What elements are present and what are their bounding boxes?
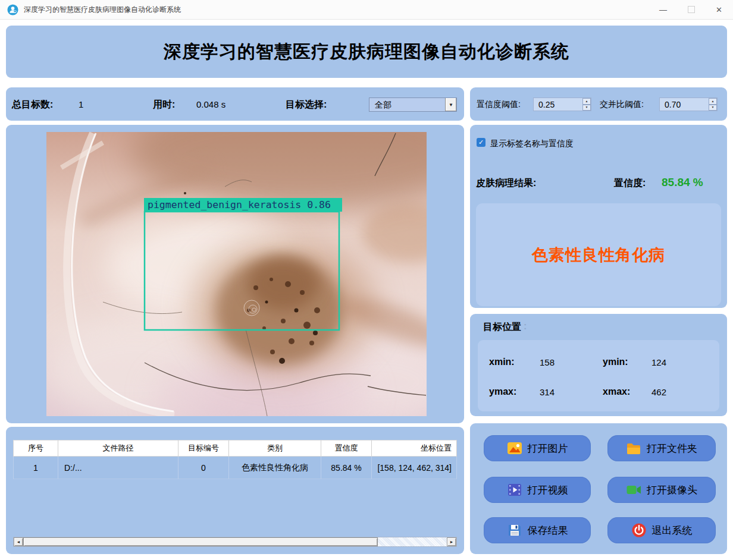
confidence-label: 置信度: bbox=[614, 177, 646, 190]
target-select-combobox[interactable]: 全部 ▼ bbox=[369, 97, 457, 112]
result-panel: ✓ 显示标签名称与置信度 皮肤病理结果: 置信度: 85.84 % 色素性良性角… bbox=[470, 125, 727, 308]
save-result-button[interactable]: 保存结果 bbox=[484, 517, 591, 543]
xmin-value: 158 bbox=[540, 357, 555, 367]
confidence-value: 85.84 % bbox=[662, 176, 703, 189]
detection-label: pigmented_benign_keratosis 0.86 bbox=[148, 199, 331, 210]
diagnosis-box: 色素性良性角化病 bbox=[476, 203, 721, 306]
minimize-button[interactable]: — bbox=[649, 0, 677, 19]
open-folder-label: 打开文件夹 bbox=[647, 442, 697, 455]
scrollbar-track[interactable] bbox=[378, 537, 447, 546]
dermatoscopy-image: pigmented_benign_keratosis 0.86 bbox=[46, 132, 427, 416]
row-target-id: 0 bbox=[178, 457, 229, 479]
open-video-label: 打开视频 bbox=[528, 483, 568, 497]
open-video-button[interactable]: 打开视频 bbox=[484, 477, 591, 503]
xmin-label: xmin: bbox=[489, 357, 515, 367]
row-confidence: 85.84 % bbox=[321, 457, 372, 479]
window-title: 深度学习的智慧医疗皮肤病理图像自动化诊断系统 bbox=[24, 5, 181, 15]
confidence-threshold-value[interactable]: 0.25 bbox=[534, 98, 582, 111]
xmax-label: xmax: bbox=[603, 386, 630, 397]
video-icon bbox=[507, 482, 522, 498]
table-header-row: 序号 文件路径 目标编号 类别 置信度 坐标位置 bbox=[13, 440, 457, 457]
show-labels-label[interactable]: 显示标签名称与置信度 bbox=[490, 139, 574, 149]
confidence-threshold-label: 置信度阈值: bbox=[477, 99, 521, 110]
row-filepath: D:/... bbox=[58, 457, 178, 479]
table-row[interactable]: 1 D:/... 0 色素性良性角化病 85.84 % [158, 124, 4… bbox=[13, 457, 457, 479]
maximize-button[interactable] bbox=[677, 0, 705, 19]
row-class: 色素性良性角化病 bbox=[229, 457, 321, 479]
ymax-value: 314 bbox=[540, 387, 555, 397]
total-targets-value: 1 bbox=[79, 99, 83, 109]
folder-icon bbox=[626, 441, 641, 456]
minimize-icon: — bbox=[659, 5, 667, 14]
checkbox-check-icon: ✓ bbox=[478, 139, 484, 146]
horizontal-scrollbar[interactable]: ◄ ► bbox=[13, 537, 457, 547]
row-coords: [158, 124, 462, 314] bbox=[372, 457, 457, 479]
scrollbar-thumb[interactable] bbox=[23, 537, 378, 546]
elapsed-time-value: 0.048 s bbox=[196, 99, 225, 109]
total-targets-label: 总目标数: bbox=[12, 99, 53, 111]
exit-system-button[interactable]: 退出系统 bbox=[607, 517, 716, 543]
actions-panel: 打开图片 打开文件夹 打开视频 打开摄像头 bbox=[470, 423, 727, 554]
ymax-label: ymax: bbox=[489, 386, 516, 397]
app-icon bbox=[7, 4, 18, 15]
iou-threshold-spinbox[interactable]: 0.70 ▲ ▼ bbox=[659, 97, 718, 111]
show-labels-checkbox[interactable]: ✓ bbox=[477, 138, 485, 147]
position-title: 目标位置 bbox=[483, 321, 521, 334]
thresholds-panel: 置信度阈值: 0.25 ▲ ▼ 交并比阈值: 0.70 ▲ ▼ bbox=[470, 87, 727, 121]
chevron-down-icon[interactable]: ▼ bbox=[445, 98, 456, 111]
xmax-value: 462 bbox=[651, 387, 666, 397]
window-titlebar: 深度学习的智慧医疗皮肤病理图像自动化诊断系统 — ✕ bbox=[0, 0, 733, 20]
maximize-icon bbox=[688, 6, 695, 13]
elapsed-time-label: 用时: bbox=[153, 99, 175, 111]
ymin-value: 124 bbox=[651, 357, 666, 367]
table-panel: 序号 文件路径 目标编号 类别 置信度 坐标位置 1 D:/... 0 色素性良… bbox=[6, 427, 464, 554]
spin-up-icon[interactable]: ▲ bbox=[709, 98, 717, 105]
header-panel: 深度学习的智慧医疗皮肤病理图像自动化诊断系统 bbox=[6, 26, 727, 78]
open-image-button[interactable]: 打开图片 bbox=[484, 435, 591, 461]
power-icon bbox=[631, 523, 647, 538]
open-image-label: 打开图片 bbox=[528, 442, 568, 455]
col-header-class: 类别 bbox=[229, 440, 321, 457]
spin-down-icon[interactable]: ▼ bbox=[709, 105, 717, 111]
image-icon bbox=[507, 441, 522, 456]
exit-system-label: 退出系统 bbox=[652, 524, 693, 537]
camera-icon bbox=[626, 482, 641, 498]
confidence-threshold-spinbox[interactable]: 0.25 ▲ ▼ bbox=[533, 97, 591, 111]
target-select-label: 目标选择: bbox=[286, 99, 327, 111]
col-header-index: 序号 bbox=[13, 440, 58, 457]
col-header-filepath: 文件路径 bbox=[58, 440, 178, 457]
open-camera-label: 打开摄像头 bbox=[647, 483, 697, 497]
position-box: xmin: 158 ymin: 124 ymax: 314 xmax: 462 bbox=[478, 340, 719, 411]
page-title: 深度学习的智慧医疗皮肤病理图像自动化诊断系统 bbox=[6, 26, 727, 78]
open-camera-button[interactable]: 打开摄像头 bbox=[607, 477, 716, 503]
col-header-coords: 坐标位置 bbox=[372, 440, 457, 457]
stats-panel: 总目标数: 1 用时: 0.048 s 目标选择: 全部 ▼ bbox=[6, 87, 464, 121]
close-icon: ✕ bbox=[716, 5, 722, 14]
image-panel: pigmented_benign_keratosis 0.86 bbox=[6, 125, 464, 423]
scroll-left-icon[interactable]: ◄ bbox=[14, 537, 23, 546]
ymin-label: ymin: bbox=[603, 357, 628, 367]
row-index: 1 bbox=[13, 457, 58, 479]
scroll-right-icon[interactable]: ► bbox=[447, 537, 456, 546]
position-title-colon: : bbox=[524, 321, 527, 332]
spin-up-icon[interactable]: ▲ bbox=[582, 98, 591, 105]
iou-threshold-label: 交并比阈值: bbox=[600, 99, 644, 110]
close-button[interactable]: ✕ bbox=[705, 0, 733, 19]
iou-threshold-value[interactable]: 0.70 bbox=[660, 98, 709, 111]
position-panel: 目标位置 : xmin: 158 ymin: 124 ymax: 314 xma… bbox=[470, 314, 727, 416]
col-header-confidence: 置信度 bbox=[321, 440, 372, 457]
detections-table: 序号 文件路径 目标编号 类别 置信度 坐标位置 1 D:/... 0 色素性良… bbox=[13, 440, 457, 479]
col-header-target-id: 目标编号 bbox=[178, 440, 229, 457]
open-folder-button[interactable]: 打开文件夹 bbox=[607, 435, 716, 461]
save-icon bbox=[507, 523, 522, 538]
pathology-result-label: 皮肤病理结果: bbox=[476, 177, 536, 190]
spin-down-icon[interactable]: ▼ bbox=[582, 105, 591, 111]
diagnosis-text: 色素性良性角化病 bbox=[476, 203, 721, 306]
save-result-label: 保存结果 bbox=[528, 524, 568, 537]
target-select-current: 全部 bbox=[369, 98, 445, 111]
